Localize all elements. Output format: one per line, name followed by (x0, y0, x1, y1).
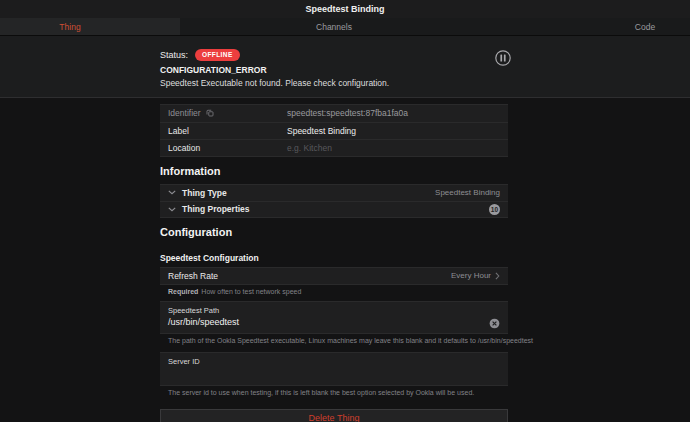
status-error-message: Speedtest Executable not found. Please c… (160, 78, 508, 88)
main-content: Identifier speedtest:speedtest:87fba1fa0… (0, 98, 690, 422)
status-badge: OFFLINE (195, 49, 240, 61)
delete-thing-button[interactable]: Delete Thing (160, 409, 508, 422)
location-field-input[interactable]: e.g. Kitchen (287, 143, 332, 153)
tab-bar: Thing Channels Code (0, 18, 690, 36)
server-id-helper: The server id to use when testing, if th… (168, 389, 500, 396)
refresh-rate-label: Refresh Rate (168, 271, 218, 281)
page-title: Speedtest Binding (0, 0, 690, 18)
status-row: Status: OFFLINE (160, 49, 508, 61)
status-section: Status: OFFLINE CONFIGURATION_ERROR Spee… (0, 36, 690, 98)
identifier-value: speedtest:speedtest:87fba1fa0a (287, 108, 408, 118)
identifier-row: Identifier speedtest:speedtest:87fba1fa0… (160, 105, 508, 122)
tab-channels[interactable]: Channels (184, 18, 484, 35)
chevron-down-icon (168, 190, 176, 195)
speedtest-configuration-subheading: Speedtest Configuration (160, 253, 508, 263)
thing-details-screen: Speedtest Binding Thing Channels Code St… (0, 0, 690, 422)
server-id-label: Server ID (168, 357, 500, 366)
server-id-field[interactable]: Server ID (160, 352, 508, 386)
copy-icon[interactable] (206, 109, 214, 117)
tab-thing[interactable]: Thing (0, 18, 140, 35)
navbar: Speedtest Binding (0, 0, 690, 18)
thing-type-value: Speedtest Binding (435, 188, 500, 197)
location-field-label: Location (168, 143, 200, 153)
identifier-label: Identifier (168, 108, 201, 118)
required-flag: Required (168, 288, 198, 295)
clear-input-button[interactable] (489, 317, 500, 328)
label-row[interactable]: Label Speedtest Binding (160, 122, 508, 139)
refresh-rate-row[interactable]: Refresh Rate Every Hour (160, 268, 508, 284)
thing-type-label: Thing Type (182, 188, 227, 198)
clear-circle-icon (489, 318, 500, 329)
speedtest-path-field[interactable]: Speedtest Path /usr/bin/speedtest (160, 301, 508, 334)
information-heading: Information (160, 165, 508, 177)
refresh-rate-value: Every Hour (451, 271, 491, 280)
pause-circle-icon (494, 49, 512, 67)
refresh-rate-helper: RequiredHow often to test network speed (168, 288, 500, 295)
speedtest-path-label: Speedtest Path (168, 306, 500, 315)
status-error-code: CONFIGURATION_ERROR (160, 65, 508, 75)
thing-fields-list: Identifier speedtest:speedtest:87fba1fa0… (160, 104, 508, 157)
thing-properties-label: Thing Properties (182, 204, 250, 214)
label-field-value[interactable]: Speedtest Binding (287, 126, 356, 136)
status-label: Status: (160, 50, 188, 60)
location-row[interactable]: Location e.g. Kitchen (160, 139, 508, 156)
information-list: Thing Type Speedtest Binding Thing Prope… (160, 184, 508, 218)
thing-properties-row[interactable]: Thing Properties 10 (160, 201, 508, 217)
disable-thing-button[interactable] (494, 49, 512, 67)
chevron-down-icon (168, 207, 176, 212)
speedtest-path-helper: The path of the Ookla Speedtest executab… (168, 337, 500, 344)
tab-code[interactable]: Code (600, 18, 690, 35)
properties-count-badge: 10 (489, 204, 500, 215)
configuration-heading: Configuration (160, 226, 508, 238)
thing-type-row[interactable]: Thing Type Speedtest Binding (160, 185, 508, 201)
server-id-input[interactable] (168, 368, 500, 380)
chevron-right-icon (495, 272, 500, 280)
speedtest-path-input[interactable]: /usr/bin/speedtest (168, 317, 489, 327)
label-field-label: Label (168, 126, 189, 136)
